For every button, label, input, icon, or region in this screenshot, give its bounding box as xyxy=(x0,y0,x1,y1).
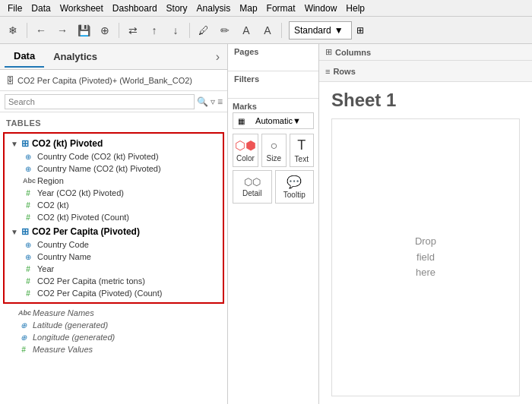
chevron-down-icon: ▼ xyxy=(293,116,309,125)
field-measure-values[interactable]: # Measure Values xyxy=(0,343,227,355)
field-co2pc-count[interactable]: # CO2 Per Capita (Pivoted) (Count) xyxy=(5,287,223,299)
field-label: Country Name (CO2 (kt) Pivoted) xyxy=(37,164,161,173)
sheet-title: Sheet 1 xyxy=(331,90,520,111)
search-icon[interactable]: 🔍 xyxy=(197,96,208,107)
hash-icon: # xyxy=(23,265,33,273)
menu-story[interactable]: Story xyxy=(162,2,192,15)
menu-dashboard[interactable]: Dashboard xyxy=(108,2,162,15)
field-label: CO2 Per Capita (Pivoted) (Count) xyxy=(37,289,162,298)
menu-map[interactable]: Map xyxy=(235,2,261,15)
marks-text-label: Text xyxy=(295,155,309,163)
field-year-co2kt[interactable]: # Year (CO2 (kt) Pivoted) xyxy=(5,187,223,199)
abc-icon: Abc xyxy=(18,309,29,317)
field-country-name-co2kt[interactable]: ⊕ Country Name (CO2 (kt) Pivoted) xyxy=(5,163,223,175)
menu-format[interactable]: Format xyxy=(262,2,300,15)
toolbar-undo[interactable]: ← xyxy=(31,21,51,40)
field-year[interactable]: # Year xyxy=(5,263,223,275)
color-circles-icon: ⬡⬢ xyxy=(235,138,256,153)
table-header-co2pc[interactable]: ▼ ⊞ CO2 Per Capita (Pivoted) xyxy=(5,225,223,238)
filters-label: Filters xyxy=(234,74,312,84)
toolbar-save[interactable]: 💾 xyxy=(74,21,93,40)
toolbar-snowflake[interactable]: ❄ xyxy=(3,21,23,40)
field-measure-names[interactable]: Abc Measure Names xyxy=(0,307,227,319)
toolbar-label2[interactable]: A xyxy=(258,21,277,40)
menu-analysis[interactable]: Analysis xyxy=(192,2,236,15)
field-label: Country Code xyxy=(37,240,89,249)
hash-icon: # xyxy=(18,346,29,354)
right-area: Pages Filters Marks ▦ Automatic ▼ ⬡⬢ xyxy=(228,44,532,404)
marks-tooltip-btn[interactable]: 💬 Tooltip xyxy=(275,170,315,204)
field-country-code-co2kt[interactable]: ⊕ Country Code (CO2 (kt) Pivoted) xyxy=(5,150,223,163)
globe-icon: ⊕ xyxy=(23,253,33,261)
field-label: CO2 (kt) xyxy=(37,200,69,210)
marks-detail-btn[interactable]: ⬡⬡ Detail xyxy=(233,170,272,204)
pages-label: Pages xyxy=(234,47,312,56)
field-label: Measure Names xyxy=(33,308,94,317)
field-latitude[interactable]: ⊕ Latitude (generated) xyxy=(0,319,227,331)
search-input[interactable] xyxy=(5,94,195,109)
tab-analytics[interactable]: Analytics xyxy=(44,46,106,67)
canvas-drop-area[interactable]: Dropfieldhere xyxy=(331,118,520,396)
globe-icon: ⊕ xyxy=(23,165,33,173)
canvas-area: ⊞ Columns ≡ Rows Sheet 1 Dropfieldhere xyxy=(319,44,532,404)
canvas-header: ⊞ Columns xyxy=(319,44,532,61)
table-group-co2kt: ▼ ⊞ CO2 (kt) Pivoted ⊕ Country Code (CO2… xyxy=(5,137,223,223)
field-co2pc-metric[interactable]: # CO2 Per Capita (metric tons) xyxy=(5,275,223,287)
shelf-column: Pages Filters Marks ▦ Automatic ▼ ⬡⬢ xyxy=(228,44,319,404)
sort-icon[interactable]: ≡ xyxy=(217,96,223,107)
toolbar-redo[interactable]: → xyxy=(52,21,72,40)
marks-size-btn[interactable]: ○ Size xyxy=(261,134,287,167)
toolbar-addds[interactable]: ⊕ xyxy=(95,21,115,40)
chevron-down-icon: ▼ xyxy=(334,25,344,36)
field-label: Country Name xyxy=(37,252,91,261)
field-country-name[interactable]: ⊕ Country Name xyxy=(5,251,223,263)
marks-text-btn[interactable]: T Text xyxy=(290,134,315,167)
field-country-code[interactable]: ⊕ Country Code xyxy=(5,238,223,251)
field-label: Year xyxy=(37,264,54,273)
marks-size-label: Size xyxy=(267,154,281,163)
marks-type-label: Automatic xyxy=(255,116,293,125)
tables-label: Tables xyxy=(0,115,227,129)
field-label: Year (CO2 (kt) Pivoted) xyxy=(37,188,124,197)
tables-section: Tables ▼ ⊞ CO2 (kt) Pivoted ⊕ Country Co… xyxy=(0,112,227,404)
globe-icon: ⊕ xyxy=(23,241,33,249)
chart-type-dropdown[interactable]: Standard ▼ xyxy=(289,21,352,39)
toolbar-label[interactable]: A xyxy=(236,21,256,40)
marks-type-icon: ▦ xyxy=(238,117,254,125)
globe-icon: ⊕ xyxy=(18,333,29,342)
main-layout: Data Analytics › 🗄 CO2 Per Capita (Pivot… xyxy=(0,44,532,404)
marks-type-dropdown[interactable]: ▦ Automatic ▼ xyxy=(233,112,314,129)
canvas-body: Sheet 1 Dropfieldhere xyxy=(319,82,532,404)
table-group-co2pc: ▼ ⊞ CO2 Per Capita (Pivoted) ⊕ Country C… xyxy=(5,225,223,299)
left-panel: Data Analytics › 🗄 CO2 Per Capita (Pivot… xyxy=(0,44,228,404)
field-co2kt-count[interactable]: # CO2 (kt) Pivoted (Count) xyxy=(5,211,223,223)
field-label: Latitude (generated) xyxy=(33,320,108,330)
columns-shelf: ⊞ Columns xyxy=(325,47,371,57)
marks-color-btn[interactable]: ⬡⬢ Color xyxy=(233,134,258,167)
toolbar-paint[interactable]: 🖊 xyxy=(194,21,214,40)
menu-window[interactable]: Window xyxy=(300,2,342,15)
menu-file[interactable]: File xyxy=(3,2,27,15)
toolbar-sort-desc[interactable]: ↓ xyxy=(166,21,185,40)
field-co2kt[interactable]: # CO2 (kt) xyxy=(5,199,223,211)
menu-data[interactable]: Data xyxy=(27,2,55,15)
toolbar-sort-asc[interactable]: ↑ xyxy=(144,21,164,40)
field-longitude[interactable]: ⊕ Longitude (generated) xyxy=(0,331,227,343)
tooltip-icon: 💬 xyxy=(287,175,302,189)
marks-section: Marks ▦ Automatic ▼ ⬡⬢ Color ○ Size xyxy=(228,99,318,404)
tab-data[interactable]: Data xyxy=(5,46,44,68)
toolbar-swap[interactable]: ⇄ xyxy=(123,21,143,40)
table-name-co2pc: CO2 Per Capita (Pivoted) xyxy=(32,226,140,237)
pages-section: Pages xyxy=(228,44,318,71)
field-region[interactable]: Abc Region xyxy=(5,175,223,187)
filter-icon[interactable]: ▿ xyxy=(211,96,215,107)
toolbar-sep2 xyxy=(119,23,119,38)
menu-worksheet[interactable]: Worksheet xyxy=(55,2,108,15)
field-label: Measure Values xyxy=(33,345,93,354)
toolbar-pencil[interactable]: ✏ xyxy=(215,21,235,40)
field-label: CO2 Per Capita (metric tons) xyxy=(37,276,145,286)
table-header-co2kt[interactable]: ▼ ⊞ CO2 (kt) Pivoted xyxy=(5,137,223,150)
text-icon: T xyxy=(297,137,306,153)
menu-help[interactable]: Help xyxy=(341,2,369,15)
panel-close-icon[interactable]: › xyxy=(213,50,223,64)
